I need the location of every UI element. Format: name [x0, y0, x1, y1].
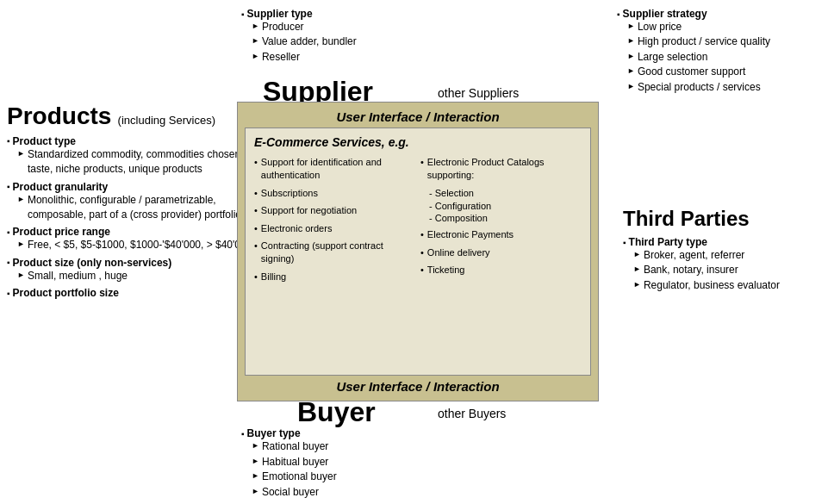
buyer-bottom-section: Buyer type Rational buyer Habitual buyer…	[241, 424, 431, 500]
third-party-broker: Broker, agent, referrer	[623, 248, 821, 263]
supplier-strategy-high-quality: High product / service quality	[617, 34, 819, 49]
ecommerce-inner-box: E-Commerce Services, e.g. Support for id…	[245, 128, 591, 376]
product-price-item: Free, < $5, $5-$1000, $1000-'$40'000, > …	[7, 238, 261, 252]
supplier-type-producer: Producer	[241, 20, 431, 34]
ecommerce-configuration: - Configuration	[420, 200, 582, 213]
ecommerce-title: E-Commerce Services, e.g.	[254, 135, 582, 149]
ecommerce-negotiation: Support for negotiation	[254, 204, 415, 217]
supplier-type-reseller: Reseller	[241, 50, 431, 65]
third-parties-section: Third Parties Third Party type Broker, a…	[623, 207, 821, 293]
third-party-regulator: Regulator, business evaluator	[623, 278, 821, 293]
product-portfolio-heading: Product portfolio size	[7, 287, 261, 299]
ecommerce-identification: Support for identification and authentic…	[254, 156, 415, 183]
supplier-strategy-heading: Supplier strategy	[617, 8, 819, 20]
third-parties-title: Third Parties	[623, 207, 821, 231]
page-container: Products (including Services) Product ty…	[0, 0, 828, 504]
buyer-social: Social buyer	[241, 485, 431, 500]
buyer-emotional: Emotional buyer	[241, 470, 431, 484]
main-ecommerce-box: User Interface / Interaction E-Commerce …	[237, 102, 599, 401]
supplier-strategy-low-price: Low price	[617, 20, 819, 34]
ecommerce-payments: Electronic Payments	[420, 228, 582, 241]
products-section: Products (including Services) Product ty…	[7, 103, 261, 299]
product-type-heading: Product type	[7, 135, 261, 147]
supplier-strategy-good-support: Good customer support	[617, 65, 819, 79]
supplier-strategy-special-products: Special products / services	[617, 80, 819, 95]
product-granularity-item: Monolithic, configurable / parametrizabl…	[7, 193, 261, 223]
ecommerce-content: Support for identification and authentic…	[254, 156, 582, 288]
third-party-type-heading: Third Party type	[623, 236, 821, 248]
ecommerce-catalogs: Electronic Product Catalogs supporting:	[420, 156, 582, 183]
buyer-rational: Rational buyer	[241, 439, 431, 454]
product-price-heading: Product price range	[7, 226, 261, 238]
ui-interaction-top: User Interface / Interaction	[238, 103, 598, 128]
product-type-item: Standardized commodity, commodities chos…	[7, 147, 261, 177]
products-title: Products (including Services)	[7, 103, 261, 130]
ui-interaction-bottom: User Interface / Interaction	[238, 376, 598, 401]
ecommerce-online-delivery: Online delivery	[420, 246, 582, 259]
product-granularity-heading: Product granularity	[7, 181, 261, 193]
supplier-strategy-section: Supplier strategy Low price High product…	[617, 4, 819, 95]
ecommerce-subscriptions: Subscriptions	[254, 187, 415, 200]
ecommerce-orders: Electronic orders	[254, 222, 415, 235]
ecommerce-selection: - Selection	[420, 187, 582, 200]
supplier-top-section: Supplier type Producer Value adder, bund…	[241, 4, 431, 65]
ecommerce-right-col: Electronic Product Catalogs supporting: …	[420, 156, 582, 288]
buyer-label: Buyer	[297, 396, 376, 428]
product-size-heading: Product size (only non-services)	[7, 257, 261, 269]
other-buyers-label: other Buyers	[438, 407, 506, 420]
supplier-type-heading: Supplier type	[241, 8, 431, 20]
ecommerce-left-col: Support for identification and authentic…	[254, 156, 415, 288]
product-size-item: Small, medium , huge	[7, 269, 261, 283]
supplier-strategy-large-selection: Large selection	[617, 50, 819, 65]
supplier-type-value-adder: Value adder, bundler	[241, 34, 431, 49]
ecommerce-billing: Billing	[254, 271, 415, 283]
other-suppliers-label: other Suppliers	[438, 86, 519, 100]
buyer-habitual: Habitual buyer	[241, 455, 431, 470]
ecommerce-composition: - Composition	[420, 212, 582, 225]
ecommerce-contracting: Contracting (support contract signing)	[254, 240, 415, 266]
third-party-bank: Bank, notary, insurer	[623, 263, 821, 277]
buyer-type-heading: Buyer type	[241, 427, 431, 439]
ecommerce-ticketing: Ticketing	[420, 264, 582, 277]
